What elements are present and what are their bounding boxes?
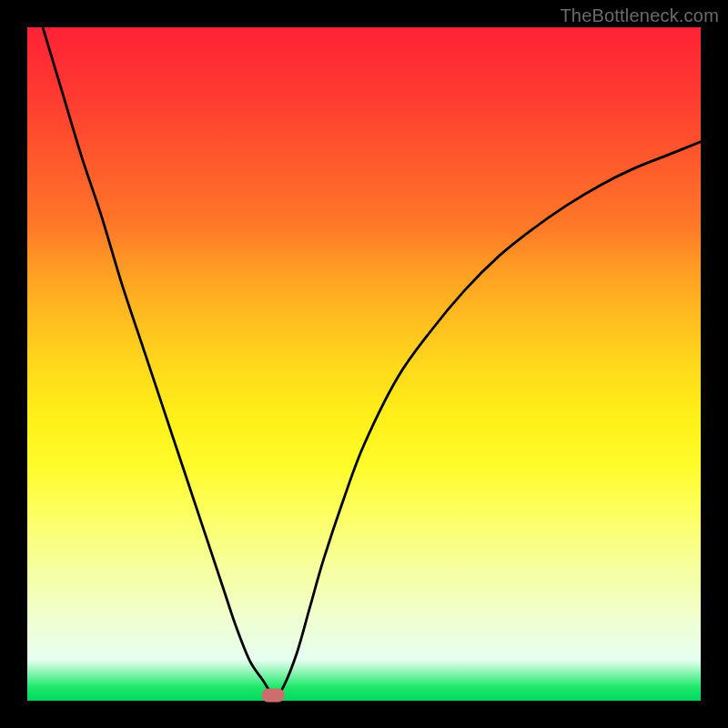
bottleneck-curve — [27, 0, 701, 694]
curve-layer — [27, 27, 701, 701]
minimum-marker — [262, 689, 284, 702]
chart-frame: TheBottleneck.com — [0, 0, 728, 728]
plot-area — [27, 27, 701, 701]
watermark-label: TheBottleneck.com — [560, 5, 719, 26]
